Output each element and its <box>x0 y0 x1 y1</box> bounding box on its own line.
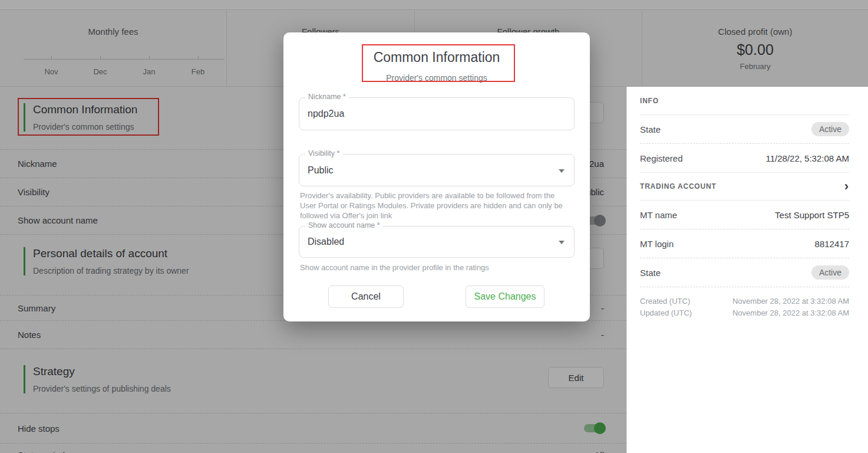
trading-account-section-header[interactable]: TRADING ACCOUNT › <box>640 173 849 201</box>
show-account-name-select[interactable]: Show account name * Disabled <box>299 226 575 258</box>
sidebar-row-mt-name: MT name Test Support STP5 <box>640 201 849 229</box>
row-label: State <box>640 124 661 134</box>
row-value: 11/28/22, 5:32:08 AM <box>766 153 850 163</box>
provider-settings-page: Monthly fees Nov Dec Jan Feb Followers F… <box>0 0 868 453</box>
sidebar-row-created: Created (UTC) November 28, 2022 at 3:32:… <box>640 295 849 307</box>
sidebar-timestamps: Created (UTC) November 28, 2022 at 3:32:… <box>640 287 849 319</box>
chevron-right-icon[interactable]: › <box>844 180 849 193</box>
row-label: MT name <box>640 210 677 220</box>
state-active-badge: Active <box>811 265 849 280</box>
visibility-helper-text: Provider's availability. Public provider… <box>300 191 566 221</box>
row-value: November 28, 2022 at 3:32:08 AM <box>732 308 849 317</box>
sidebar-row-state: State Active <box>640 115 849 144</box>
show-account-name-field-label: Show account name * <box>305 221 383 229</box>
show-account-name-helper-text: Show account name in the provider profil… <box>300 262 566 273</box>
common-information-dialog: Common Information Provider's common set… <box>283 32 590 321</box>
row-value: Test Support STP5 <box>775 210 849 220</box>
row-label: Registered <box>640 153 683 163</box>
row-label: State <box>640 268 661 278</box>
visibility-select[interactable]: Visibility * Public <box>299 154 575 186</box>
trading-account-header-label: TRADING ACCOUNT <box>640 182 717 191</box>
row-label: MT login <box>640 239 674 249</box>
row-label: Updated (UTC) <box>640 308 692 317</box>
row-value: 8812417 <box>815 239 849 249</box>
cancel-button[interactable]: Cancel <box>328 285 404 308</box>
dropdown-arrow-icon <box>559 169 565 173</box>
visibility-field-value: Public <box>308 165 334 176</box>
row-value: November 28, 2022 at 3:32:08 AM <box>732 297 849 306</box>
state-active-badge: Active <box>811 122 849 136</box>
nickname-field-label: Nickname * <box>305 93 349 101</box>
sidebar-row-account-state: State Active <box>640 258 849 287</box>
sidebar-row-registered: Registered 11/28/22, 5:32:08 AM <box>640 144 849 173</box>
visibility-field-label: Visibility * <box>305 149 342 157</box>
sidebar-row-updated: Updated (UTC) November 28, 2022 at 3:32:… <box>640 307 849 319</box>
sidebar-row-mt-login: MT login 8812417 <box>640 229 849 258</box>
info-header-label: INFO <box>640 97 659 105</box>
nickname-field-value: npdp2ua <box>308 109 344 119</box>
dropdown-arrow-icon <box>559 241 565 244</box>
show-account-name-field-value: Disabled <box>308 237 344 247</box>
info-sidebar: INFO State Active Registered 11/28/22, 5… <box>626 87 868 453</box>
row-label: Created (UTC) <box>640 297 690 306</box>
save-changes-button[interactable]: Save Changes <box>466 285 544 308</box>
dialog-title-highlight-box <box>362 44 515 82</box>
nickname-input[interactable]: Nickname * npdp2ua <box>299 97 575 130</box>
info-section-header: INFO <box>640 87 849 115</box>
